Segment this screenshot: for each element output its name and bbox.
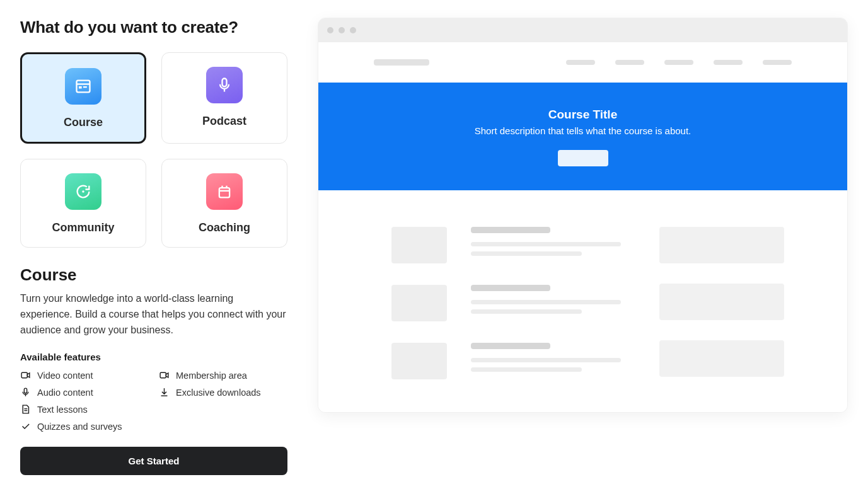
preview-sidebar — [659, 227, 784, 379]
product-type-label: Community — [52, 221, 115, 234]
product-type-coaching[interactable]: Coaching — [161, 159, 287, 248]
preview-hero: Course Title Short description that tell… — [318, 83, 847, 190]
text-placeholder — [471, 242, 621, 246]
coaching-icon — [206, 173, 243, 210]
preview-window: Course Title Short description that tell… — [318, 18, 848, 413]
feature-label: Exclusive downloads — [176, 388, 261, 398]
community-icon — [65, 173, 101, 210]
nav-placeholder — [566, 60, 595, 65]
page-title: What do you want to create? — [20, 18, 287, 37]
nav-placeholder — [714, 60, 743, 65]
detail-title: Course — [20, 265, 287, 285]
sidebar-placeholder — [659, 227, 784, 263]
product-type-grid: Course Podcast — [20, 52, 287, 248]
thumbnail-placeholder — [391, 227, 447, 263]
features-list: Video content Membership area Audio cont… — [20, 370, 287, 432]
svg-rect-10 — [160, 373, 166, 379]
product-type-podcast[interactable]: Podcast — [161, 52, 287, 144]
feature-video: Video content — [20, 370, 149, 381]
video-icon — [20, 370, 31, 381]
text-placeholder — [471, 309, 582, 314]
preview-nav — [566, 60, 792, 65]
nav-placeholder — [615, 60, 644, 65]
product-type-label: Coaching — [199, 221, 250, 234]
preview-list — [391, 227, 629, 379]
preview-body — [318, 190, 847, 412]
get-started-button[interactable]: Get Started — [20, 447, 287, 475]
svg-rect-7 — [219, 188, 229, 197]
feature-downloads: Exclusive downloads — [159, 387, 287, 398]
features-heading: Available features — [20, 352, 287, 362]
text-placeholder — [471, 251, 582, 256]
feature-label: Membership area — [176, 371, 247, 381]
feature-text: Text lessons — [20, 404, 149, 415]
document-icon — [20, 404, 31, 415]
detail-description: Turn your knowledge into a world-class l… — [20, 291, 287, 338]
text-placeholder — [471, 227, 550, 233]
thumbnail-placeholder — [391, 285, 447, 321]
product-type-course[interactable]: Course — [20, 52, 146, 144]
feature-quizzes: Quizzes and surveys — [20, 421, 149, 432]
feature-audio: Audio content — [20, 387, 149, 398]
check-icon — [20, 421, 31, 432]
svg-rect-2 — [79, 86, 82, 89]
browser-chrome — [318, 18, 847, 42]
sidebar-placeholder — [659, 340, 784, 377]
preview-list-row — [391, 343, 629, 379]
logo-placeholder — [374, 59, 429, 66]
microphone-icon — [20, 387, 31, 398]
feature-membership: Membership area — [159, 370, 287, 381]
course-icon — [65, 68, 101, 105]
svg-rect-4 — [223, 79, 227, 87]
preview-hero-button — [558, 150, 608, 166]
feature-label: Audio content — [37, 388, 93, 398]
product-type-label: Course — [64, 116, 103, 129]
nav-placeholder — [763, 60, 792, 65]
preview-header — [318, 42, 847, 83]
text-placeholder-group — [471, 227, 629, 256]
download-icon — [159, 387, 170, 398]
window-dot-icon — [339, 27, 345, 33]
preview-hero-subtitle: Short description that tells what the co… — [331, 125, 835, 136]
video-icon — [159, 370, 170, 381]
feature-label: Text lessons — [37, 405, 88, 415]
product-type-community[interactable]: Community — [20, 159, 146, 248]
podcast-icon — [206, 67, 243, 103]
sidebar-placeholder — [659, 284, 784, 320]
window-dot-icon — [327, 27, 333, 33]
text-placeholder-group — [471, 343, 629, 372]
text-placeholder — [471, 358, 621, 362]
preview-hero-title: Course Title — [331, 108, 835, 122]
svg-rect-11 — [24, 389, 26, 394]
text-placeholder-group — [471, 285, 629, 314]
thumbnail-placeholder — [391, 343, 447, 379]
preview-list-row — [391, 285, 629, 321]
preview-list-row — [391, 227, 629, 263]
product-type-label: Podcast — [202, 115, 246, 128]
svg-rect-9 — [21, 373, 27, 379]
text-placeholder — [471, 285, 550, 291]
nav-placeholder — [664, 60, 693, 65]
svg-point-6 — [82, 190, 84, 193]
feature-label: Video content — [37, 371, 93, 381]
text-placeholder — [471, 367, 582, 372]
feature-label: Quizzes and surveys — [37, 422, 122, 432]
text-placeholder — [471, 300, 621, 304]
window-dot-icon — [350, 27, 356, 33]
text-placeholder — [471, 343, 550, 349]
